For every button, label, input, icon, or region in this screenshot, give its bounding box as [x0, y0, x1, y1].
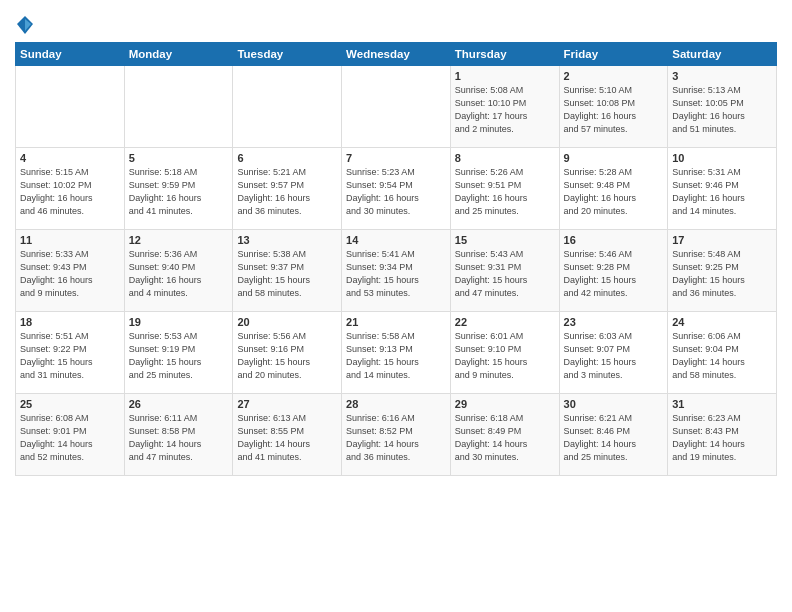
calendar-cell: 9Sunrise: 5:28 AM Sunset: 9:48 PM Daylig…: [559, 148, 668, 230]
day-number: 12: [129, 234, 229, 246]
calendar-cell: [233, 66, 342, 148]
calendar-cell: 30Sunrise: 6:21 AM Sunset: 8:46 PM Dayli…: [559, 394, 668, 476]
calendar-cell: 20Sunrise: 5:56 AM Sunset: 9:16 PM Dayli…: [233, 312, 342, 394]
calendar-week-row: 18Sunrise: 5:51 AM Sunset: 9:22 PM Dayli…: [16, 312, 777, 394]
day-number: 17: [672, 234, 772, 246]
calendar-cell: 7Sunrise: 5:23 AM Sunset: 9:54 PM Daylig…: [342, 148, 451, 230]
weekday-header-thursday: Thursday: [450, 43, 559, 66]
calendar-cell: 13Sunrise: 5:38 AM Sunset: 9:37 PM Dayli…: [233, 230, 342, 312]
day-number: 16: [564, 234, 664, 246]
cell-info: Sunrise: 5:36 AM Sunset: 9:40 PM Dayligh…: [129, 248, 229, 300]
day-number: 29: [455, 398, 555, 410]
day-number: 3: [672, 70, 772, 82]
calendar-cell: 21Sunrise: 5:58 AM Sunset: 9:13 PM Dayli…: [342, 312, 451, 394]
calendar-cell: 31Sunrise: 6:23 AM Sunset: 8:43 PM Dayli…: [668, 394, 777, 476]
calendar-cell: 3Sunrise: 5:13 AM Sunset: 10:05 PM Dayli…: [668, 66, 777, 148]
calendar-cell: 5Sunrise: 5:18 AM Sunset: 9:59 PM Daylig…: [124, 148, 233, 230]
calendar-week-row: 1Sunrise: 5:08 AM Sunset: 10:10 PM Dayli…: [16, 66, 777, 148]
cell-info: Sunrise: 5:41 AM Sunset: 9:34 PM Dayligh…: [346, 248, 446, 300]
day-number: 15: [455, 234, 555, 246]
cell-info: Sunrise: 5:31 AM Sunset: 9:46 PM Dayligh…: [672, 166, 772, 218]
calendar-cell: 11Sunrise: 5:33 AM Sunset: 9:43 PM Dayli…: [16, 230, 125, 312]
day-number: 28: [346, 398, 446, 410]
cell-info: Sunrise: 6:11 AM Sunset: 8:58 PM Dayligh…: [129, 412, 229, 464]
weekday-header-monday: Monday: [124, 43, 233, 66]
cell-info: Sunrise: 6:01 AM Sunset: 9:10 PM Dayligh…: [455, 330, 555, 382]
day-number: 13: [237, 234, 337, 246]
cell-info: Sunrise: 5:58 AM Sunset: 9:13 PM Dayligh…: [346, 330, 446, 382]
day-number: 26: [129, 398, 229, 410]
calendar-cell: 19Sunrise: 5:53 AM Sunset: 9:19 PM Dayli…: [124, 312, 233, 394]
day-number: 18: [20, 316, 120, 328]
calendar-cell: 14Sunrise: 5:41 AM Sunset: 9:34 PM Dayli…: [342, 230, 451, 312]
cell-info: Sunrise: 5:51 AM Sunset: 9:22 PM Dayligh…: [20, 330, 120, 382]
day-number: 11: [20, 234, 120, 246]
day-number: 10: [672, 152, 772, 164]
cell-info: Sunrise: 6:16 AM Sunset: 8:52 PM Dayligh…: [346, 412, 446, 464]
day-number: 23: [564, 316, 664, 328]
day-number: 8: [455, 152, 555, 164]
weekday-header-tuesday: Tuesday: [233, 43, 342, 66]
cell-info: Sunrise: 5:15 AM Sunset: 10:02 PM Daylig…: [20, 166, 120, 218]
logo-icon: [15, 14, 35, 36]
day-number: 22: [455, 316, 555, 328]
day-number: 24: [672, 316, 772, 328]
calendar-table: SundayMondayTuesdayWednesdayThursdayFrid…: [15, 42, 777, 476]
day-number: 27: [237, 398, 337, 410]
calendar-week-row: 11Sunrise: 5:33 AM Sunset: 9:43 PM Dayli…: [16, 230, 777, 312]
calendar-cell: 27Sunrise: 6:13 AM Sunset: 8:55 PM Dayli…: [233, 394, 342, 476]
calendar-cell: 25Sunrise: 6:08 AM Sunset: 9:01 PM Dayli…: [16, 394, 125, 476]
day-number: 5: [129, 152, 229, 164]
day-number: 9: [564, 152, 664, 164]
day-number: 1: [455, 70, 555, 82]
cell-info: Sunrise: 5:46 AM Sunset: 9:28 PM Dayligh…: [564, 248, 664, 300]
day-number: 30: [564, 398, 664, 410]
calendar-cell: 18Sunrise: 5:51 AM Sunset: 9:22 PM Dayli…: [16, 312, 125, 394]
calendar-cell: [342, 66, 451, 148]
weekday-header-row: SundayMondayTuesdayWednesdayThursdayFrid…: [16, 43, 777, 66]
day-number: 19: [129, 316, 229, 328]
calendar-cell: [16, 66, 125, 148]
cell-info: Sunrise: 5:28 AM Sunset: 9:48 PM Dayligh…: [564, 166, 664, 218]
cell-info: Sunrise: 6:18 AM Sunset: 8:49 PM Dayligh…: [455, 412, 555, 464]
cell-info: Sunrise: 6:23 AM Sunset: 8:43 PM Dayligh…: [672, 412, 772, 464]
cell-info: Sunrise: 5:08 AM Sunset: 10:10 PM Daylig…: [455, 84, 555, 136]
calendar-week-row: 4Sunrise: 5:15 AM Sunset: 10:02 PM Dayli…: [16, 148, 777, 230]
header: [15, 10, 777, 36]
page-container: SundayMondayTuesdayWednesdayThursdayFrid…: [0, 0, 792, 481]
calendar-cell: [124, 66, 233, 148]
cell-info: Sunrise: 5:48 AM Sunset: 9:25 PM Dayligh…: [672, 248, 772, 300]
cell-info: Sunrise: 5:26 AM Sunset: 9:51 PM Dayligh…: [455, 166, 555, 218]
cell-info: Sunrise: 5:10 AM Sunset: 10:08 PM Daylig…: [564, 84, 664, 136]
cell-info: Sunrise: 5:53 AM Sunset: 9:19 PM Dayligh…: [129, 330, 229, 382]
day-number: 20: [237, 316, 337, 328]
weekday-header-friday: Friday: [559, 43, 668, 66]
cell-info: Sunrise: 6:13 AM Sunset: 8:55 PM Dayligh…: [237, 412, 337, 464]
calendar-cell: 17Sunrise: 5:48 AM Sunset: 9:25 PM Dayli…: [668, 230, 777, 312]
day-number: 21: [346, 316, 446, 328]
day-number: 31: [672, 398, 772, 410]
calendar-cell: 12Sunrise: 5:36 AM Sunset: 9:40 PM Dayli…: [124, 230, 233, 312]
cell-info: Sunrise: 5:56 AM Sunset: 9:16 PM Dayligh…: [237, 330, 337, 382]
day-number: 7: [346, 152, 446, 164]
calendar-cell: 15Sunrise: 5:43 AM Sunset: 9:31 PM Dayli…: [450, 230, 559, 312]
day-number: 4: [20, 152, 120, 164]
calendar-cell: 4Sunrise: 5:15 AM Sunset: 10:02 PM Dayli…: [16, 148, 125, 230]
day-number: 14: [346, 234, 446, 246]
calendar-cell: 28Sunrise: 6:16 AM Sunset: 8:52 PM Dayli…: [342, 394, 451, 476]
calendar-week-row: 25Sunrise: 6:08 AM Sunset: 9:01 PM Dayli…: [16, 394, 777, 476]
cell-info: Sunrise: 5:18 AM Sunset: 9:59 PM Dayligh…: [129, 166, 229, 218]
day-number: 6: [237, 152, 337, 164]
calendar-cell: 26Sunrise: 6:11 AM Sunset: 8:58 PM Dayli…: [124, 394, 233, 476]
cell-info: Sunrise: 5:33 AM Sunset: 9:43 PM Dayligh…: [20, 248, 120, 300]
cell-info: Sunrise: 5:43 AM Sunset: 9:31 PM Dayligh…: [455, 248, 555, 300]
logo: [15, 14, 39, 36]
calendar-cell: 22Sunrise: 6:01 AM Sunset: 9:10 PM Dayli…: [450, 312, 559, 394]
calendar-cell: 8Sunrise: 5:26 AM Sunset: 9:51 PM Daylig…: [450, 148, 559, 230]
day-number: 25: [20, 398, 120, 410]
calendar-cell: 23Sunrise: 6:03 AM Sunset: 9:07 PM Dayli…: [559, 312, 668, 394]
cell-info: Sunrise: 5:21 AM Sunset: 9:57 PM Dayligh…: [237, 166, 337, 218]
weekday-header-saturday: Saturday: [668, 43, 777, 66]
weekday-header-wednesday: Wednesday: [342, 43, 451, 66]
calendar-cell: 6Sunrise: 5:21 AM Sunset: 9:57 PM Daylig…: [233, 148, 342, 230]
